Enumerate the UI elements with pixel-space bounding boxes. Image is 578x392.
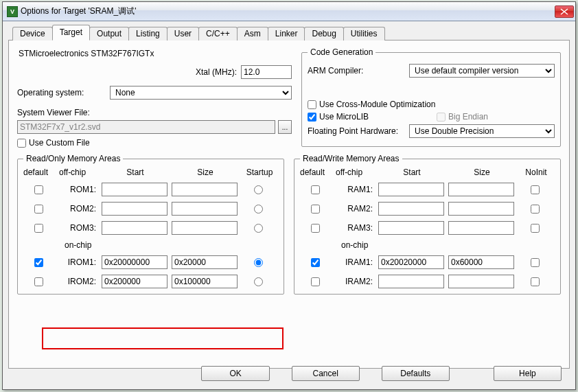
cross-module-checkbox[interactable] xyxy=(308,100,316,109)
help-button[interactable]: Help xyxy=(494,366,562,381)
dialog-buttons: OK Cancel Defaults Help xyxy=(3,363,575,384)
iram2-start[interactable] xyxy=(378,275,444,288)
close-button[interactable] xyxy=(555,5,574,18)
ram2-noinit[interactable] xyxy=(531,205,540,214)
ro-hdr-chip: off-chip xyxy=(59,168,99,177)
tab-target[interactable]: Target xyxy=(52,25,90,41)
rom2-startup[interactable] xyxy=(254,205,263,214)
fpu-label: Floating Point Hardware: xyxy=(308,126,409,136)
app-icon: V xyxy=(7,6,18,17)
os-label: Operating system: xyxy=(17,88,103,97)
rom2-default[interactable] xyxy=(34,205,43,214)
codegen-legend: Code Generation xyxy=(308,47,375,57)
rom2-start[interactable] xyxy=(102,202,167,216)
rom1-default[interactable] xyxy=(34,185,43,194)
rom3-label: ROM3: xyxy=(59,223,99,233)
cancel-button[interactable]: Cancel xyxy=(292,366,360,381)
irom1-startup[interactable] xyxy=(254,258,263,267)
tab-utilities[interactable]: Utilities xyxy=(343,27,385,41)
fpu-select[interactable]: Use Double Precision xyxy=(409,124,555,138)
svf-label: System Viewer File: xyxy=(17,108,292,117)
ram2-start[interactable] xyxy=(378,202,444,216)
ram1-noinit[interactable] xyxy=(531,185,540,194)
tab-asm[interactable]: Asm xyxy=(237,27,268,41)
tab-ccpp[interactable]: C/C++ xyxy=(198,27,238,41)
os-select[interactable]: None xyxy=(110,86,292,100)
ro-onchip-label: on-chip xyxy=(23,240,277,250)
tab-linker[interactable]: Linker xyxy=(268,27,305,41)
highlight-box xyxy=(42,327,284,349)
readonly-legend: Read/Only Memory Areas xyxy=(23,154,123,163)
ram3-label: RAM3: xyxy=(336,223,375,233)
rom3-start[interactable] xyxy=(102,221,167,235)
tab-debug[interactable]: Debug xyxy=(304,27,343,41)
ram1-size[interactable] xyxy=(448,183,514,196)
rom3-size[interactable] xyxy=(172,221,238,235)
irom2-size[interactable] xyxy=(172,275,238,288)
arm-compiler-select[interactable]: Use default compiler version xyxy=(409,64,555,78)
ram1-start[interactable] xyxy=(378,183,444,196)
tab-user[interactable]: User xyxy=(167,27,199,41)
ram2-size[interactable] xyxy=(448,202,514,216)
rom3-default[interactable] xyxy=(34,224,43,233)
tab-listing[interactable]: Listing xyxy=(128,27,167,41)
iram2-noinit[interactable] xyxy=(531,277,540,286)
microlib-row[interactable]: Use MicroLIB xyxy=(308,112,409,122)
defaults-button[interactable]: Defaults xyxy=(382,366,450,381)
iram2-default[interactable] xyxy=(311,277,320,286)
rom1-size[interactable] xyxy=(172,183,238,196)
rw-hdr-default: default xyxy=(300,168,333,177)
tab-device[interactable]: Device xyxy=(12,27,53,41)
rom1-startup[interactable] xyxy=(254,185,263,194)
rom3-startup[interactable] xyxy=(254,224,263,233)
ram3-default[interactable] xyxy=(311,224,320,233)
readonly-memory-group: Read/Only Memory Areas default off-chip … xyxy=(17,154,284,295)
rw-hdr-size: Size xyxy=(448,168,516,177)
dialog-window: V Options for Target 'SRAM_调试' – ▢ Devic… xyxy=(2,1,576,390)
tabs: Device Target Output Listing User C/C++ … xyxy=(8,25,570,41)
codegen-group: Code Generation ARM Compiler: Use defaul… xyxy=(301,47,561,147)
rw-hdr-noinit: NoInit xyxy=(518,168,554,177)
ram3-size[interactable] xyxy=(448,221,514,235)
titlebar[interactable]: V Options for Target 'SRAM_调试' – ▢ xyxy=(3,2,575,21)
ok-button[interactable]: OK xyxy=(201,366,269,381)
use-custom-file-row[interactable]: Use Custom File xyxy=(17,138,292,148)
iram1-label: IRAM1: xyxy=(336,257,375,267)
close-icon xyxy=(560,8,568,15)
irom1-default[interactable] xyxy=(34,258,43,267)
xtal-label: Xtal (MHz): xyxy=(196,67,237,77)
irom2-startup[interactable] xyxy=(254,277,263,286)
iram1-start[interactable] xyxy=(378,255,444,269)
device-label: STMicroelectronics STM32F767IGTx xyxy=(19,49,292,58)
iram1-noinit[interactable] xyxy=(531,258,540,267)
rom1-start[interactable] xyxy=(102,183,167,196)
readwrite-memory-group: Read/Write Memory Areas default off-chip… xyxy=(294,154,561,295)
rom2-label: ROM2: xyxy=(59,204,99,214)
irom1-size[interactable] xyxy=(172,255,238,269)
use-custom-file-checkbox[interactable] xyxy=(17,139,26,148)
svf-browse-button[interactable]: ... xyxy=(278,120,292,134)
cross-module-row[interactable]: Use Cross-Module Optimization xyxy=(308,100,435,109)
iram2-size[interactable] xyxy=(448,275,514,288)
iram1-size[interactable] xyxy=(448,255,514,269)
irom1-start[interactable] xyxy=(102,255,167,269)
microlib-checkbox[interactable] xyxy=(308,113,316,122)
rw-onchip-label: on-chip xyxy=(300,240,554,250)
ram3-noinit[interactable] xyxy=(531,224,540,233)
iram1-default[interactable] xyxy=(311,258,320,267)
xtal-input[interactable] xyxy=(241,65,292,79)
tab-panel-target: STMicroelectronics STM32F767IGTx Xtal (M… xyxy=(8,41,570,369)
rom2-size[interactable] xyxy=(172,202,238,216)
irom2-start[interactable] xyxy=(102,275,167,288)
ram1-default[interactable] xyxy=(311,185,320,194)
readwrite-legend: Read/Write Memory Areas xyxy=(300,154,402,163)
irom2-default[interactable] xyxy=(34,277,43,286)
svf-path xyxy=(17,120,275,134)
ram2-default[interactable] xyxy=(311,205,320,214)
rom1-label: ROM1: xyxy=(59,185,99,194)
irom2-label: IROM2: xyxy=(59,277,99,286)
tab-output[interactable]: Output xyxy=(89,27,129,41)
big-endian-label: Big Endian xyxy=(448,112,488,122)
ram3-start[interactable] xyxy=(378,221,444,235)
ro-hdr-default: default xyxy=(23,168,56,177)
